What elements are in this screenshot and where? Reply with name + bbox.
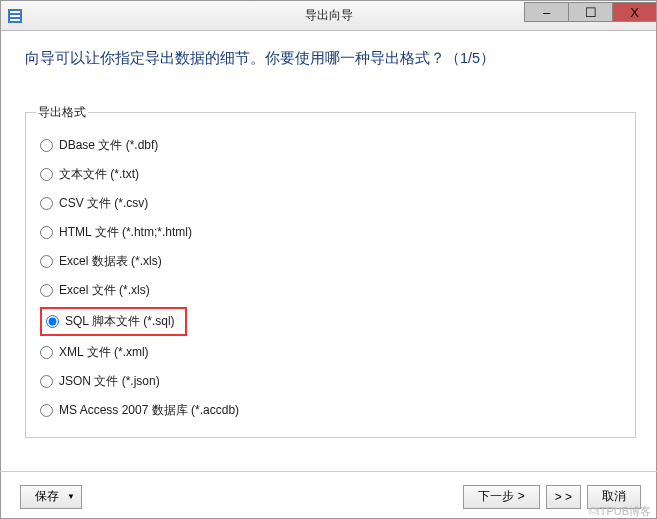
radio-dbase[interactable] [40,139,53,152]
skip-button[interactable]: > > [546,485,581,509]
next-button[interactable]: 下一步 > [463,485,539,509]
option-excel-file[interactable]: Excel 文件 (*.xls) [36,276,625,305]
cancel-button[interactable]: 取消 [587,485,641,509]
option-xml[interactable]: XML 文件 (*.xml) [36,338,625,367]
radio-json[interactable] [40,375,53,388]
option-csv[interactable]: CSV 文件 (*.csv) [36,189,625,218]
radio-excel-file[interactable] [40,284,53,297]
svg-rect-1 [10,11,20,13]
option-label: HTML 文件 (*.htm;*.html) [59,224,192,241]
option-label: SQL 脚本文件 (*.sql) [65,313,175,330]
save-label: 保存 [35,488,59,505]
save-button[interactable]: 保存 ▼ [20,485,82,509]
option-dbase[interactable]: DBase 文件 (*.dbf) [36,131,625,160]
footer: 保存 ▼ 下一步 > > > 取消 [0,471,657,513]
svg-rect-2 [10,15,20,17]
option-excel-sheet[interactable]: Excel 数据表 (*.xls) [36,247,625,276]
maximize-button[interactable]: ☐ [568,2,613,22]
option-label: MS Access 2007 数据库 (*.accdb) [59,402,239,419]
radio-csv[interactable] [40,197,53,210]
group-legend: 导出格式 [36,104,88,121]
option-label: DBase 文件 (*.dbf) [59,137,158,154]
option-label: 文本文件 (*.txt) [59,166,139,183]
option-label: CSV 文件 (*.csv) [59,195,148,212]
option-label: XML 文件 (*.xml) [59,344,149,361]
content-area: 向导可以让你指定导出数据的细节。你要使用哪一种导出格式？（1/5） 导出格式 D… [1,31,656,438]
option-html[interactable]: HTML 文件 (*.htm;*.html) [36,218,625,247]
option-label: Excel 数据表 (*.xls) [59,253,162,270]
minimize-button[interactable]: – [524,2,569,22]
radio-xml[interactable] [40,346,53,359]
titlebar[interactable]: 导出向导 – ☐ X [1,1,656,31]
option-json[interactable]: JSON 文件 (*.json) [36,367,625,396]
chevron-down-icon: ▼ [67,492,75,501]
option-access[interactable]: MS Access 2007 数据库 (*.accdb) [36,396,625,425]
radio-access[interactable] [40,404,53,417]
option-label: Excel 文件 (*.xls) [59,282,150,299]
option-label: JSON 文件 (*.json) [59,373,160,390]
option-sql[interactable]: SQL 脚本文件 (*.sql) [40,307,187,336]
option-text[interactable]: 文本文件 (*.txt) [36,160,625,189]
radio-sql[interactable] [46,315,59,328]
window-title: 导出向导 [305,7,353,24]
app-icon [7,8,23,24]
close-button[interactable]: X [612,2,657,22]
export-format-group: 导出格式 DBase 文件 (*.dbf) 文本文件 (*.txt) CSV 文… [25,104,636,438]
window-controls: – ☐ X [524,1,656,30]
radio-text[interactable] [40,168,53,181]
page-heading: 向导可以让你指定导出数据的细节。你要使用哪一种导出格式？（1/5） [25,49,636,68]
svg-rect-3 [10,19,20,21]
radio-excel-sheet[interactable] [40,255,53,268]
radio-html[interactable] [40,226,53,239]
